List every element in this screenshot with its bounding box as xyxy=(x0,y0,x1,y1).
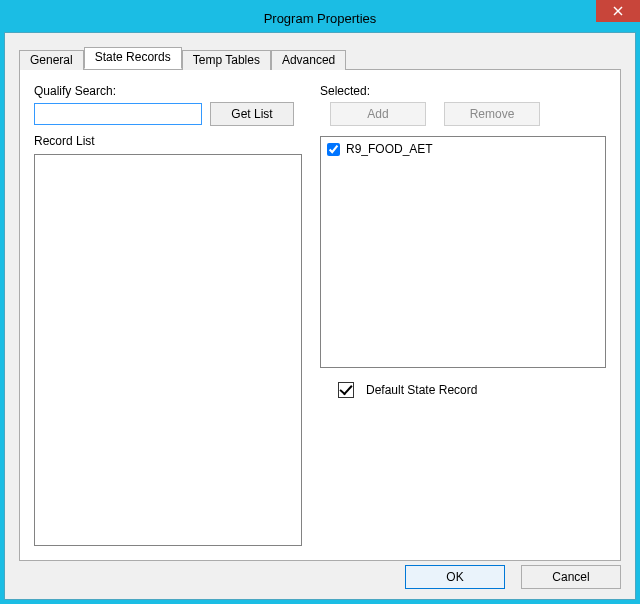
tabstrip: General State Records Temp Tables Advanc… xyxy=(19,47,621,69)
tab-advanced[interactable]: Advanced xyxy=(271,50,346,70)
tab-panel-state-records: Qualify Search: Get List Record List Sel… xyxy=(19,69,621,561)
tab-label: Advanced xyxy=(282,53,335,67)
titlebar: Program Properties xyxy=(4,4,636,32)
get-list-button[interactable]: Get List xyxy=(210,102,294,126)
close-button[interactable] xyxy=(596,0,640,22)
add-button[interactable]: Add xyxy=(330,102,426,126)
record-list[interactable] xyxy=(34,154,302,546)
button-label: Cancel xyxy=(552,570,589,584)
default-state-checkbox[interactable] xyxy=(338,382,354,398)
dialog-window: Program Properties General State Records… xyxy=(0,0,640,604)
tab-state-records[interactable]: State Records xyxy=(84,47,182,69)
list-item-label: R9_FOOD_AET xyxy=(346,142,433,156)
remove-button[interactable]: Remove xyxy=(444,102,540,126)
qualify-search-input[interactable] xyxy=(34,103,202,125)
close-icon xyxy=(613,6,623,16)
tab-label: Temp Tables xyxy=(193,53,260,67)
default-state-label: Default State Record xyxy=(366,383,477,397)
record-list-label: Record List xyxy=(34,134,302,148)
right-column: Selected: Add Remove R9_FOOD_AET Default… xyxy=(320,84,606,546)
window-title: Program Properties xyxy=(264,11,377,26)
button-label: OK xyxy=(446,570,463,584)
selected-list[interactable]: R9_FOOD_AET xyxy=(320,136,606,368)
tab-label: General xyxy=(30,53,73,67)
tab-temp-tables[interactable]: Temp Tables xyxy=(182,50,271,70)
search-row: Get List xyxy=(34,102,302,126)
button-label: Add xyxy=(367,107,388,121)
ok-button[interactable]: OK xyxy=(405,565,505,589)
qualify-search-label: Qualify Search: xyxy=(34,84,302,98)
left-column: Qualify Search: Get List Record List xyxy=(34,84,302,546)
selected-buttons-row: Add Remove xyxy=(320,102,606,126)
default-state-row: Default State Record xyxy=(320,382,606,398)
button-label: Get List xyxy=(231,107,272,121)
list-item-checkbox[interactable] xyxy=(327,143,340,156)
client-area: General State Records Temp Tables Advanc… xyxy=(4,32,636,600)
tab-general[interactable]: General xyxy=(19,50,84,70)
list-item[interactable]: R9_FOOD_AET xyxy=(325,141,601,157)
dialog-button-row: OK Cancel xyxy=(405,565,621,589)
selected-label: Selected: xyxy=(320,84,606,98)
cancel-button[interactable]: Cancel xyxy=(521,565,621,589)
button-label: Remove xyxy=(470,107,515,121)
tab-label: State Records xyxy=(95,50,171,64)
